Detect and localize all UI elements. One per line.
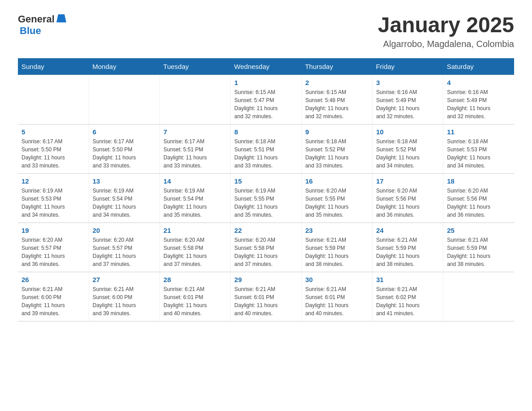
day-number: 19	[21, 227, 85, 234]
calendar-cell: 15Sunrise: 6:19 AM Sunset: 5:55 PM Dayli…	[231, 173, 301, 223]
calendar-subtitle: Algarrobo, Magdalena, Colombia	[378, 39, 514, 49]
day-info: Sunrise: 6:21 AM Sunset: 6:02 PM Dayligh…	[376, 285, 439, 317]
calendar-cell: 29Sunrise: 6:21 AM Sunset: 6:01 PM Dayli…	[231, 272, 301, 321]
title-section: January 2025 Algarrobo, Magdalena, Colom…	[378, 13, 514, 49]
day-info: Sunrise: 6:16 AM Sunset: 5:49 PM Dayligh…	[447, 88, 511, 120]
day-number: 2	[305, 79, 369, 86]
calendar-cell: 19Sunrise: 6:20 AM Sunset: 5:57 PM Dayli…	[18, 223, 89, 272]
calendar-header-row: SundayMondayTuesdayWednesdayThursdayFrid…	[18, 58, 514, 75]
day-number: 15	[234, 177, 297, 185]
calendar-cell: 18Sunrise: 6:20 AM Sunset: 5:56 PM Dayli…	[443, 173, 514, 223]
day-number: 22	[234, 227, 297, 234]
day-info: Sunrise: 6:18 AM Sunset: 5:51 PM Dayligh…	[234, 137, 297, 170]
day-number: 8	[234, 128, 297, 136]
day-info: Sunrise: 6:15 AM Sunset: 5:47 PM Dayligh…	[234, 88, 297, 120]
calendar-cell: 4Sunrise: 6:16 AM Sunset: 5:49 PM Daylig…	[443, 75, 514, 124]
calendar-cell	[160, 75, 231, 124]
calendar-cell: 24Sunrise: 6:21 AM Sunset: 5:59 PM Dayli…	[372, 223, 443, 272]
day-number: 18	[447, 177, 511, 185]
calendar-week-row: 1Sunrise: 6:15 AM Sunset: 5:47 PM Daylig…	[18, 75, 514, 124]
day-info: Sunrise: 6:18 AM Sunset: 5:52 PM Dayligh…	[305, 137, 369, 170]
day-number: 23	[305, 227, 369, 234]
day-number: 4	[447, 79, 511, 86]
calendar-cell: 25Sunrise: 6:21 AM Sunset: 5:59 PM Dayli…	[443, 223, 514, 272]
calendar-cell: 8Sunrise: 6:18 AM Sunset: 5:51 PM Daylig…	[231, 124, 301, 173]
logo-triangle-icon	[56, 14, 66, 22]
day-info: Sunrise: 6:20 AM Sunset: 5:58 PM Dayligh…	[163, 236, 227, 268]
day-number: 12	[21, 177, 85, 185]
calendar-week-row: 19Sunrise: 6:20 AM Sunset: 5:57 PM Dayli…	[18, 223, 514, 272]
day-number: 27	[93, 276, 156, 283]
calendar-cell: 30Sunrise: 6:21 AM Sunset: 6:01 PM Dayli…	[301, 272, 372, 321]
day-info: Sunrise: 6:17 AM Sunset: 5:50 PM Dayligh…	[93, 137, 156, 170]
day-info: Sunrise: 6:21 AM Sunset: 5:59 PM Dayligh…	[376, 236, 439, 268]
day-info: Sunrise: 6:21 AM Sunset: 5:59 PM Dayligh…	[447, 236, 511, 268]
calendar-header-tuesday: Tuesday	[160, 58, 231, 75]
calendar-cell	[18, 75, 89, 124]
day-number: 10	[376, 128, 439, 136]
calendar-cell: 11Sunrise: 6:18 AM Sunset: 5:53 PM Dayli…	[443, 124, 514, 173]
day-number: 31	[376, 276, 439, 283]
calendar-cell: 17Sunrise: 6:20 AM Sunset: 5:56 PM Dayli…	[372, 173, 443, 223]
day-info: Sunrise: 6:20 AM Sunset: 5:57 PM Dayligh…	[21, 236, 85, 268]
day-number: 17	[376, 177, 439, 185]
day-info: Sunrise: 6:21 AM Sunset: 6:01 PM Dayligh…	[163, 285, 227, 317]
day-info: Sunrise: 6:19 AM Sunset: 5:54 PM Dayligh…	[93, 187, 156, 219]
calendar-header-friday: Friday	[372, 58, 443, 75]
calendar-cell: 1Sunrise: 6:15 AM Sunset: 5:47 PM Daylig…	[231, 75, 301, 124]
day-info: Sunrise: 6:19 AM Sunset: 5:54 PM Dayligh…	[163, 187, 227, 219]
calendar-cell: 16Sunrise: 6:20 AM Sunset: 5:55 PM Dayli…	[301, 173, 372, 223]
calendar-week-row: 12Sunrise: 6:19 AM Sunset: 5:53 PM Dayli…	[18, 173, 514, 223]
calendar-cell: 9Sunrise: 6:18 AM Sunset: 5:52 PM Daylig…	[301, 124, 372, 173]
day-info: Sunrise: 6:21 AM Sunset: 6:00 PM Dayligh…	[93, 285, 156, 317]
calendar-table: SundayMondayTuesdayWednesdayThursdayFrid…	[18, 58, 514, 321]
calendar-title: January 2025	[378, 13, 514, 37]
day-number: 3	[376, 79, 439, 86]
day-info: Sunrise: 6:20 AM Sunset: 5:58 PM Dayligh…	[234, 236, 297, 268]
calendar-cell: 2Sunrise: 6:15 AM Sunset: 5:48 PM Daylig…	[301, 75, 372, 124]
calendar-cell: 21Sunrise: 6:20 AM Sunset: 5:58 PM Dayli…	[160, 223, 231, 272]
calendar-cell: 22Sunrise: 6:20 AM Sunset: 5:58 PM Dayli…	[231, 223, 301, 272]
day-info: Sunrise: 6:21 AM Sunset: 6:01 PM Dayligh…	[305, 285, 369, 317]
day-info: Sunrise: 6:18 AM Sunset: 5:52 PM Dayligh…	[376, 137, 439, 170]
calendar-cell: 7Sunrise: 6:17 AM Sunset: 5:51 PM Daylig…	[160, 124, 231, 173]
day-number: 14	[163, 177, 227, 185]
day-info: Sunrise: 6:16 AM Sunset: 5:49 PM Dayligh…	[376, 88, 439, 120]
calendar-cell: 5Sunrise: 6:17 AM Sunset: 5:50 PM Daylig…	[18, 124, 89, 173]
calendar-cell: 26Sunrise: 6:21 AM Sunset: 6:00 PM Dayli…	[18, 272, 89, 321]
calendar-header-thursday: Thursday	[301, 58, 372, 75]
day-info: Sunrise: 6:15 AM Sunset: 5:48 PM Dayligh…	[305, 88, 369, 120]
day-info: Sunrise: 6:17 AM Sunset: 5:51 PM Dayligh…	[163, 137, 227, 170]
day-number: 30	[305, 276, 369, 283]
calendar-cell	[89, 75, 159, 124]
calendar-cell: 10Sunrise: 6:18 AM Sunset: 5:52 PM Dayli…	[372, 124, 443, 173]
day-number: 16	[305, 177, 369, 185]
day-info: Sunrise: 6:21 AM Sunset: 5:59 PM Dayligh…	[305, 236, 369, 268]
day-number: 26	[21, 276, 85, 283]
day-info: Sunrise: 6:20 AM Sunset: 5:56 PM Dayligh…	[376, 187, 439, 219]
calendar-cell: 6Sunrise: 6:17 AM Sunset: 5:50 PM Daylig…	[89, 124, 159, 173]
day-number: 13	[93, 177, 156, 185]
day-number: 11	[447, 128, 511, 136]
calendar-cell: 13Sunrise: 6:19 AM Sunset: 5:54 PM Dayli…	[89, 173, 159, 223]
calendar-header-sunday: Sunday	[18, 58, 89, 75]
calendar-cell: 28Sunrise: 6:21 AM Sunset: 6:01 PM Dayli…	[160, 272, 231, 321]
calendar-cell: 31Sunrise: 6:21 AM Sunset: 6:02 PM Dayli…	[372, 272, 443, 321]
day-number: 21	[163, 227, 227, 234]
calendar-header-wednesday: Wednesday	[231, 58, 301, 75]
day-number: 24	[376, 227, 439, 234]
logo-text-general: General	[18, 13, 55, 25]
calendar-cell: 20Sunrise: 6:20 AM Sunset: 5:57 PM Dayli…	[89, 223, 159, 272]
calendar-cell: 27Sunrise: 6:21 AM Sunset: 6:00 PM Dayli…	[89, 272, 159, 321]
day-number: 9	[305, 128, 369, 136]
calendar-header-saturday: Saturday	[443, 58, 514, 75]
day-info: Sunrise: 6:18 AM Sunset: 5:53 PM Dayligh…	[447, 137, 511, 170]
day-info: Sunrise: 6:21 AM Sunset: 6:01 PM Dayligh…	[234, 285, 297, 317]
day-number: 25	[447, 227, 511, 234]
calendar-header-monday: Monday	[89, 58, 159, 75]
calendar-cell: 12Sunrise: 6:19 AM Sunset: 5:53 PM Dayli…	[18, 173, 89, 223]
day-number: 28	[163, 276, 227, 283]
logo-text-blue: Blue	[20, 25, 41, 37]
page-header: General Blue January 2025 Algarrobo, Mag…	[18, 13, 514, 49]
calendar-week-row: 5Sunrise: 6:17 AM Sunset: 5:50 PM Daylig…	[18, 124, 514, 173]
